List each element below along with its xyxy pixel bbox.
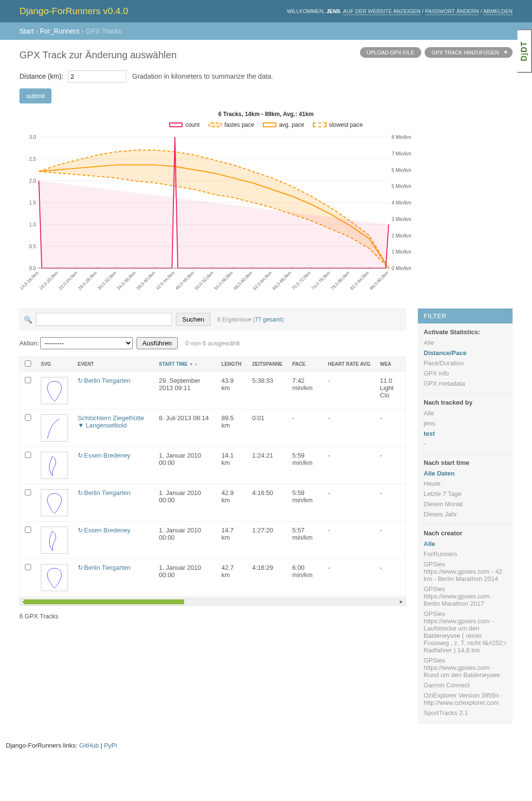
results-total-link[interactable]: 77 gesamt bbox=[255, 316, 282, 323]
view-site-link[interactable]: AUF DER WEBSITE ANZEIGEN bbox=[343, 8, 421, 15]
track-svg-thumb[interactable] bbox=[41, 452, 68, 479]
col-start-time[interactable]: START TIME ▼ ≡ bbox=[154, 357, 217, 372]
breadcrumb: Start › For_Runners › GPX Tracks bbox=[0, 22, 532, 40]
filter-item[interactable]: SportTracks 2.1 bbox=[424, 708, 507, 718]
track-event-link[interactable]: ↻Essen Bredeney bbox=[78, 452, 130, 459]
row-checkbox[interactable] bbox=[25, 527, 31, 533]
filter-item[interactable]: test bbox=[424, 428, 507, 439]
svg-text:3 Min/km: 3 Min/km bbox=[392, 217, 412, 222]
col-pace[interactable]: PACE bbox=[288, 357, 323, 372]
filter-item[interactable]: OziExplorer Version 3955n - http://www.o… bbox=[424, 690, 507, 708]
object-tools: UPLOAD GPX FILE GPX TRACK HINZUFÜGEN bbox=[358, 47, 513, 58]
filter-item[interactable]: Letzte 7 Tage bbox=[424, 489, 507, 499]
filter-group: Activate Statistics:AlleDistance/PacePac… bbox=[418, 324, 513, 394]
filter-item[interactable]: Distance/Pace bbox=[424, 348, 507, 358]
filter-group-title: Nach tracked by bbox=[418, 394, 513, 408]
scroll-right-icon[interactable]: ► bbox=[397, 598, 405, 605]
track-svg-thumb[interactable] bbox=[41, 564, 68, 591]
filter-item[interactable]: Alle bbox=[424, 338, 507, 348]
col-duration[interactable]: ZEITSPANNE bbox=[247, 357, 288, 372]
filter-item[interactable]: GPSies https://www.gpsies.com - Laufstre… bbox=[424, 609, 507, 655]
table-row: ↻Berlin Tiergarten 1. Januar 2010 00:00 … bbox=[20, 484, 406, 522]
filter-item[interactable]: Alle bbox=[424, 539, 507, 549]
cell-pace: 5:57 min/km bbox=[288, 522, 323, 559]
scroll-thumb[interactable] bbox=[24, 599, 184, 604]
cell-length: 14.1 km bbox=[217, 447, 247, 484]
django-debug-toolbar[interactable]: DjDT bbox=[517, 29, 532, 73]
filter-item[interactable]: Pace/Duration bbox=[424, 358, 507, 368]
track-svg-thumb[interactable] bbox=[41, 414, 68, 442]
filter-item[interactable]: Heute bbox=[424, 478, 507, 489]
distance-form: Distance (km): Gradation in kilometers t… bbox=[19, 70, 513, 103]
filter-item[interactable]: - bbox=[424, 439, 507, 449]
track-svg-thumb[interactable] bbox=[41, 527, 68, 554]
breadcrumb-start[interactable]: Start bbox=[19, 27, 34, 35]
cell-duration: 5:38:33 bbox=[247, 372, 288, 409]
svg-text:7 Min/km: 7 Min/km bbox=[392, 151, 412, 156]
upload-gpx-button[interactable]: UPLOAD GPX FILE bbox=[360, 47, 421, 58]
search-input[interactable] bbox=[36, 313, 172, 326]
submit-button[interactable]: submit bbox=[19, 88, 51, 103]
breadcrumb-app[interactable]: For_Runners bbox=[40, 27, 80, 35]
track-event-link[interactable]: ↻Berlin Tiergarten bbox=[78, 564, 130, 571]
filter-group: Nach tracked byAllejenstest- bbox=[418, 394, 513, 454]
svg-text:1.5: 1.5 bbox=[29, 200, 36, 205]
svg-text:8 Min/km: 8 Min/km bbox=[392, 135, 412, 140]
col-hr[interactable]: HEART RATE AVG bbox=[323, 357, 375, 372]
row-checkbox[interactable] bbox=[25, 414, 31, 421]
col-length[interactable]: LENGTH bbox=[217, 357, 247, 372]
track-event-link[interactable]: Schlüchtern Ziegelhütte ▼ Langenselbold bbox=[78, 414, 144, 429]
filter-item[interactable]: GPSies https://www.gpsies.com - Rund um … bbox=[424, 655, 507, 680]
filter-item[interactable]: GPSies https://www.gpsies.com - Berlin M… bbox=[424, 584, 507, 609]
actions-go-button[interactable]: Ausführen bbox=[137, 337, 178, 349]
col-weather[interactable]: WEA bbox=[375, 357, 406, 372]
footer-github-link[interactable]: GitHub bbox=[79, 742, 99, 749]
add-gpx-button[interactable]: GPX TRACK HINZUFÜGEN bbox=[425, 47, 513, 58]
filter-item[interactable]: Alle bbox=[424, 408, 507, 418]
row-checkbox[interactable] bbox=[25, 564, 31, 570]
cell-weather: - bbox=[375, 522, 406, 559]
search-button[interactable]: Suchen bbox=[176, 313, 210, 326]
change-password-link[interactable]: PASSWORT ÄNDERN bbox=[425, 8, 479, 15]
filter-item[interactable]: GPSies https://www.gpsies.com - 42 km - … bbox=[424, 559, 507, 584]
svg-text:18,0-20,0km: 18,0-20,0km bbox=[38, 270, 59, 290]
results-table-wrap: SVG EVENT START TIME ▼ ≡ LENGTH ZEITSPAN… bbox=[19, 356, 406, 597]
legend-swatch-fastest bbox=[208, 122, 222, 127]
filter-item[interactable]: ForRunners bbox=[424, 549, 507, 559]
filter-item[interactable]: Garmin Connect bbox=[424, 680, 507, 690]
logout-link[interactable]: ABMELDEN bbox=[483, 8, 513, 15]
svg-text:26,0-28,0km: 26,0-28,0km bbox=[77, 270, 98, 290]
row-checkbox[interactable] bbox=[25, 452, 31, 458]
filter-group: Nach start timeAlle DatenHeuteLetzte 7 T… bbox=[418, 454, 513, 525]
svg-text:42,0-44,0km: 42,0-44,0km bbox=[155, 270, 175, 290]
chart: 6 Tracks, 14km - 89km, Avg.: 41km count … bbox=[19, 111, 513, 299]
cell-pace: 7:42 min/km bbox=[288, 372, 323, 409]
filter-item[interactable]: GPX info bbox=[424, 368, 507, 378]
footer-pypi-link[interactable]: PyPi bbox=[104, 742, 117, 749]
track-event-link[interactable]: ↻Essen Bredeney bbox=[78, 527, 130, 534]
track-event-link[interactable]: ↻Berlin Tiergarten bbox=[78, 489, 130, 496]
track-svg-thumb[interactable] bbox=[41, 377, 68, 404]
horizontal-scrollbar[interactable]: ◄ ► bbox=[19, 598, 406, 606]
select-all-checkbox[interactable] bbox=[25, 360, 31, 367]
filter-item[interactable]: GPX metadata bbox=[424, 378, 507, 389]
filter-item[interactable]: Dieses Jahr bbox=[424, 509, 507, 519]
row-checkbox[interactable] bbox=[25, 377, 31, 383]
track-svg-thumb[interactable] bbox=[41, 489, 68, 516]
filter-item[interactable]: jens bbox=[424, 418, 507, 428]
track-event-link[interactable]: ↻Berlin Tiergarten bbox=[78, 377, 130, 384]
cell-pace: 5:59 min/km bbox=[288, 447, 323, 484]
col-svg[interactable]: SVG bbox=[36, 357, 73, 372]
col-event[interactable]: EVENT bbox=[73, 357, 154, 372]
chart-legend: count fastes pace avg. pace slowest pace bbox=[19, 121, 513, 128]
filter-item[interactable]: Diesen Monat bbox=[424, 499, 507, 509]
actions-select[interactable]: --------- bbox=[40, 337, 133, 349]
distance-label: Distance (km): bbox=[19, 72, 63, 80]
branding[interactable]: Django-ForRunners v0.4.0 bbox=[19, 6, 128, 17]
row-checkbox[interactable] bbox=[25, 489, 31, 495]
cell-duration: 4:16:29 bbox=[247, 559, 288, 596]
svg-text:1.0: 1.0 bbox=[29, 222, 36, 227]
filter-item[interactable]: Alle Daten bbox=[424, 468, 507, 478]
distance-input[interactable] bbox=[68, 70, 126, 83]
svg-text:54,0-56,0km: 54,0-56,0km bbox=[213, 270, 234, 290]
